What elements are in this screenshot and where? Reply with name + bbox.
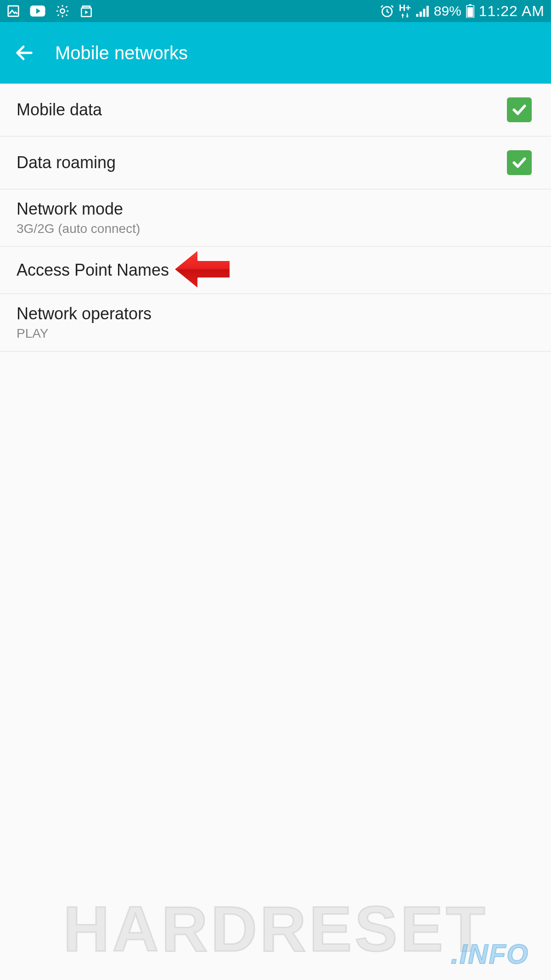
setting-network-operators[interactable]: Network operators PLAY [0,294,551,351]
svg-rect-5 [416,14,418,17]
data-mode-indicator: H+ [399,3,411,19]
play-store-icon [79,4,94,18]
battery-percent: 89% [434,3,461,19]
setting-data-roaming[interactable]: Data roaming [0,136,551,189]
status-time: 11:22 AM [479,3,545,20]
svg-rect-8 [427,6,429,17]
setting-label: Mobile data [17,100,102,119]
status-left-icons [6,4,94,18]
app-bar: Mobile networks [0,22,551,84]
signal-icon [416,5,429,17]
setting-sublabel: 3G/2G (auto connect) [17,221,140,236]
setting-label: Access Point Names [17,261,169,280]
settings-gear-icon [55,4,70,18]
youtube-icon [29,5,46,17]
setting-sublabel: PLAY [17,326,152,341]
setting-label: Network operators [17,304,152,323]
alarm-icon [380,4,394,18]
setting-access-point-names[interactable]: Access Point Names [0,247,551,294]
status-right: H+ 89% 11:22 AM [380,3,545,20]
page-title: Mobile networks [55,43,188,63]
svg-rect-7 [423,9,425,17]
svg-point-2 [60,9,64,13]
svg-rect-11 [467,7,473,17]
annotation-arrow-icon [170,246,234,294]
checkbox-data-roaming[interactable] [507,150,532,175]
watermark-sub: .INFO [451,938,529,970]
svg-rect-6 [420,11,422,17]
setting-label: Data roaming [17,153,116,172]
setting-network-mode[interactable]: Network mode 3G/2G (auto connect) [0,189,551,247]
status-bar: H+ 89% 11:22 AM [0,0,551,22]
battery-icon [466,4,474,18]
back-button[interactable] [14,42,35,63]
checkbox-mobile-data[interactable] [507,97,532,122]
setting-mobile-data[interactable]: Mobile data [0,84,551,136]
gallery-icon [6,4,20,18]
data-mode-text: H+ [399,3,411,12]
settings-list: Mobile data Data roaming Network mode 3G… [0,84,551,351]
setting-label: Network mode [17,199,140,219]
